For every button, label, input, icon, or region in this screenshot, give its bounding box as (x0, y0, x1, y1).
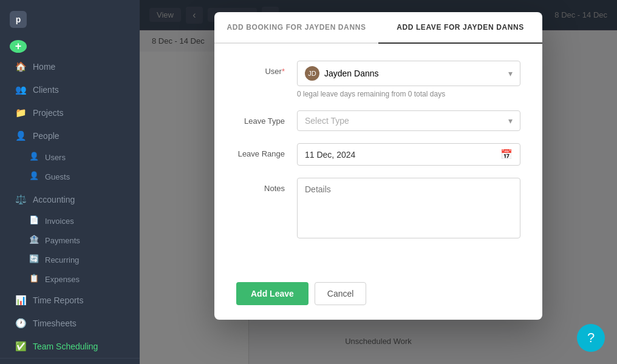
sidebar-bottom: Shortcuts ! Mine Designs Designs ⏱ 00:00… (0, 358, 140, 364)
payments-icon: 🏦 (29, 235, 40, 246)
logo-icon: p (10, 11, 27, 28)
sidebar-item-label: Guests (45, 172, 70, 181)
accounting-icon: ⚖️ (15, 194, 27, 206)
support-icon: ? (587, 330, 595, 346)
sidebar-item-team-scheduling[interactable]: ✅ Team Scheduling (5, 335, 135, 357)
user-select[interactable]: JD Jayden Danns (297, 61, 520, 86)
sidebar-item-projects[interactable]: 📁 Projects (5, 102, 135, 124)
sidebar-item-label: Accounting (33, 195, 75, 204)
modal-tabs: ADD BOOKING FOR JAYDEN DANNS ADD LEAVE F… (214, 12, 542, 44)
sidebar-item-label: Projects (33, 108, 64, 118)
cancel-button[interactable]: Cancel (315, 282, 367, 305)
form-row-user: User* JD Jayden Danns 0 legal leave days… (236, 61, 520, 98)
sidebar-item-recurring[interactable]: 🔄 Recurring (5, 251, 135, 269)
users-icon: 👤 (29, 152, 40, 163)
modal-body: User* JD Jayden Danns 0 legal leave days… (214, 44, 542, 270)
user-avatar: JD (305, 66, 319, 81)
sidebar-item-clients[interactable]: 👥 Clients (5, 79, 135, 101)
support-button[interactable]: ? (577, 324, 605, 352)
notes-field (297, 178, 520, 241)
team-scheduling-icon: ✅ (15, 340, 27, 352)
form-row-leave-type: Leave Type Select Type (236, 110, 520, 131)
leave-type-select[interactable]: Select Type (297, 110, 520, 131)
projects-icon: 📁 (15, 107, 27, 119)
sidebar-item-label: Recurring (45, 255, 79, 265)
modal-overlay: ADD BOOKING FOR JAYDEN DANNS ADD LEAVE F… (140, 0, 617, 364)
sidebar-item-invoices[interactable]: 📄 Invoices (5, 212, 135, 230)
sidebar-item-payments[interactable]: 🏦 Payments (5, 231, 135, 249)
logo-area: p (0, 6, 140, 38)
required-marker: * (282, 67, 285, 76)
sidebar-item-label: Team Scheduling (33, 342, 98, 351)
form-row-leave-range: Leave Range 11 Dec, 2024 (236, 143, 520, 166)
sidebar-item-label: Invoices (45, 217, 74, 226)
leave-range-label: Leave Range (236, 143, 297, 158)
user-label: User* (236, 61, 297, 76)
chevron-down-icon (508, 69, 513, 78)
notes-label: Notes (236, 178, 297, 193)
leave-range-field: 11 Dec, 2024 (297, 143, 520, 166)
sidebar-item-home[interactable]: 🏠 Home (5, 56, 135, 78)
user-name: Jayden Danns (324, 69, 379, 78)
sidebar-item-label: Home (33, 62, 55, 72)
add-button[interactable]: + (10, 40, 27, 53)
invoices-icon: 📄 (29, 215, 40, 226)
home-icon: 🏠 (15, 61, 27, 73)
sidebar-item-label: Clients (33, 85, 59, 95)
recurring-icon: 🔄 (29, 254, 40, 265)
tab-leave[interactable]: ADD LEAVE FOR JAYDEN DANNS (378, 12, 542, 44)
leave-type-label: Leave Type (236, 110, 297, 126)
user-field: JD Jayden Danns 0 legal leave days remai… (297, 61, 520, 98)
sidebar-item-people[interactable]: 👤 People (5, 125, 135, 147)
notes-textarea[interactable] (297, 178, 520, 238)
time-reports-icon: 📊 (15, 294, 27, 306)
date-picker[interactable]: 11 Dec, 2024 (297, 143, 520, 166)
modal: ADD BOOKING FOR JAYDEN DANNS ADD LEAVE F… (214, 12, 542, 320)
sidebar-item-label: Users (45, 153, 66, 162)
add-leave-button[interactable]: Add Leave (236, 282, 308, 305)
modal-footer: Add Leave Cancel (214, 270, 542, 320)
guests-icon: 👤 (29, 171, 40, 182)
leave-info: 0 legal leave days remaining from 0 tota… (297, 90, 520, 98)
main-area: View ‹ ◇ Today › 8 Dec - 14 Dec 8 Dec - … (140, 0, 617, 364)
tab-booking[interactable]: ADD BOOKING FOR JAYDEN DANNS (214, 12, 378, 42)
expenses-icon: 📋 (29, 274, 40, 285)
sidebar-item-accounting[interactable]: ⚖️ Accounting (5, 189, 135, 211)
sidebar-item-label: Payments (45, 236, 80, 245)
calendar-icon (500, 149, 513, 160)
form-row-notes: Notes (236, 178, 520, 241)
sidebar: p + 🏠 Home 👥 Clients 📁 Projects 👤 People… (0, 0, 140, 364)
clients-icon: 👥 (15, 84, 27, 96)
date-value: 11 Dec, 2024 (305, 150, 355, 160)
sidebar-item-label: People (33, 131, 60, 141)
timesheets-icon: 🕐 (15, 317, 27, 329)
sidebar-item-timesheets[interactable]: 🕐 Timesheets (5, 312, 135, 334)
leave-type-field: Select Type (297, 110, 520, 131)
sidebar-item-guests[interactable]: 👤 Guests (5, 167, 135, 186)
chevron-down-icon (508, 116, 513, 126)
sidebar-item-label: Timesheets (33, 318, 77, 328)
people-icon: 👤 (15, 130, 27, 142)
sidebar-item-label: Time Reports (33, 295, 84, 305)
sidebar-item-expenses[interactable]: 📋 Expenses (5, 270, 135, 288)
leave-type-placeholder: Select Type (305, 116, 349, 126)
sidebar-item-label: Expenses (45, 275, 80, 284)
sidebar-item-time-reports[interactable]: 📊 Time Reports (5, 289, 135, 311)
sidebar-item-users[interactable]: 👤 Users (5, 148, 135, 166)
